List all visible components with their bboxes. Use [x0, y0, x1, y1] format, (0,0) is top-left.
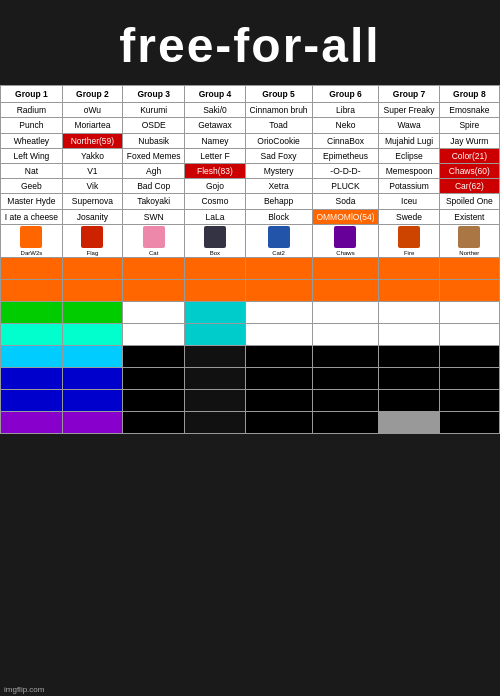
- color-bar-cell-2-5: [312, 301, 379, 323]
- table-cell: Epimetheus: [312, 148, 379, 163]
- col-header-3: Group 3: [123, 86, 185, 103]
- color-bar-cell-7-2: [123, 411, 185, 433]
- color-bar-cell-0-5: [312, 257, 379, 279]
- imgflip-footer: imgflip.com: [4, 685, 44, 694]
- color-bar-cell-4-3: [185, 345, 245, 367]
- color-bar-cell-2-3: [185, 301, 245, 323]
- color-bar-cell-6-7: [439, 389, 499, 411]
- table-cell: V1: [62, 163, 122, 178]
- table-cell: Mujahid Lugi: [379, 133, 439, 148]
- col-header-5: Group 5: [245, 86, 312, 103]
- color-bar-row-6: [1, 389, 500, 411]
- table-cell: Geeb: [1, 179, 63, 194]
- color-bar-cell-1-7: [439, 279, 499, 301]
- color-bar-cell-7-6: [379, 411, 439, 433]
- color-bar-cell-5-6: [379, 367, 439, 389]
- avatar-cell-7: Norther: [439, 224, 499, 257]
- table-cell: Jay Wurm: [439, 133, 499, 148]
- table-row: Left WingYakkoFoxed MemesLetter FSad Fox…: [1, 148, 500, 163]
- avatar-4: [268, 226, 290, 248]
- table-cell: Foxed Memes: [123, 148, 185, 163]
- color-bar-cell-1-1: [62, 279, 122, 301]
- table-cell: Color(21): [439, 148, 499, 163]
- table-cell: Wawa: [379, 118, 439, 133]
- color-bar-cell-7-7: [439, 411, 499, 433]
- color-bar-cell-6-3: [185, 389, 245, 411]
- avatar-5: [334, 226, 356, 248]
- color-bar-row-3: [1, 323, 500, 345]
- color-bar-row-4: [1, 345, 500, 367]
- table-cell: Super Freaky: [379, 103, 439, 118]
- table-container: Group 1 Group 2 Group 3 Group 4 Group 5 …: [0, 85, 500, 434]
- color-bar-cell-0-0: [1, 257, 63, 279]
- avatar-label-5: Chaws: [314, 250, 378, 256]
- table-cell: Chaws(60): [439, 163, 499, 178]
- color-bar-cell-5-3: [185, 367, 245, 389]
- table-cell: Block: [245, 209, 312, 224]
- table-cell: Saki/0: [185, 103, 245, 118]
- color-bar-cell-0-4: [245, 257, 312, 279]
- color-bar-cell-3-2: [123, 323, 185, 345]
- table-cell: Norther(59): [62, 133, 122, 148]
- color-bar-cell-3-1: [62, 323, 122, 345]
- color-bar-cell-0-7: [439, 257, 499, 279]
- color-bar-cell-6-5: [312, 389, 379, 411]
- table-cell: Eclipse: [379, 148, 439, 163]
- color-bar-cell-7-4: [245, 411, 312, 433]
- avatar-label-6: Fire: [380, 250, 437, 256]
- table-cell: Master Hyde: [1, 194, 63, 209]
- table-cell: Left Wing: [1, 148, 63, 163]
- avatar-cell-0: DarW2s: [1, 224, 63, 257]
- color-bar-cell-5-4: [245, 367, 312, 389]
- color-bar-cell-2-1: [62, 301, 122, 323]
- table-cell: OSDE: [123, 118, 185, 133]
- color-bar-cell-5-1: [62, 367, 122, 389]
- table-cell: Namey: [185, 133, 245, 148]
- avatar-cell-6: Fire: [379, 224, 439, 257]
- table-cell: Libra: [312, 103, 379, 118]
- color-bar-row-7: [1, 411, 500, 433]
- color-bar-cell-7-3: [185, 411, 245, 433]
- color-bar-cell-4-7: [439, 345, 499, 367]
- table-cell: Yakko: [62, 148, 122, 163]
- table-cell: Josanity: [62, 209, 122, 224]
- color-bar-cell-4-0: [1, 345, 63, 367]
- table-cell: Takoyaki: [123, 194, 185, 209]
- avatar-1: [81, 226, 103, 248]
- title-text: free-for-all: [119, 19, 380, 72]
- color-bar-cell-1-2: [123, 279, 185, 301]
- table-cell: Spire: [439, 118, 499, 133]
- table-cell: PLUCK: [312, 179, 379, 194]
- avatar-cell-3: Box: [185, 224, 245, 257]
- color-bar-cell-4-4: [245, 345, 312, 367]
- avatar-cell-4: Cat2: [245, 224, 312, 257]
- table-cell: Wheatley: [1, 133, 63, 148]
- table-cell: Neko: [312, 118, 379, 133]
- table-cell: Flesh(83): [185, 163, 245, 178]
- avatar-cell-5: Chaws: [312, 224, 379, 257]
- table-row: I ate a cheeseJosanitySWNLaLaBlockOMMOMl…: [1, 209, 500, 224]
- color-bar-cell-2-4: [245, 301, 312, 323]
- table-cell: Bad Cop: [123, 179, 185, 194]
- avatar-label-7: Norther: [441, 250, 498, 256]
- color-bar-cell-3-0: [1, 323, 63, 345]
- avatar-label-3: Box: [186, 250, 243, 256]
- color-bar-cell-5-2: [123, 367, 185, 389]
- color-bar-row-5: [1, 367, 500, 389]
- table-cell: OrioCookie: [245, 133, 312, 148]
- avatar-label-2: Cat: [124, 250, 183, 256]
- avatar-6: [398, 226, 420, 248]
- color-bar-cell-6-1: [62, 389, 122, 411]
- table-cell: I ate a cheese: [1, 209, 63, 224]
- table-cell: Existent: [439, 209, 499, 224]
- table-cell: CinnaBox: [312, 133, 379, 148]
- table-cell: Spoiled One: [439, 194, 499, 209]
- color-bar-cell-1-5: [312, 279, 379, 301]
- table-cell: Behapp: [245, 194, 312, 209]
- color-bar-cell-3-5: [312, 323, 379, 345]
- avatar-0: [20, 226, 42, 248]
- table-cell: Nat: [1, 163, 63, 178]
- color-bar-cell-4-5: [312, 345, 379, 367]
- color-bar-cell-0-3: [185, 257, 245, 279]
- table-row: RadiumoWuKurumiSaki/0Cinnamon bruhLibraS…: [1, 103, 500, 118]
